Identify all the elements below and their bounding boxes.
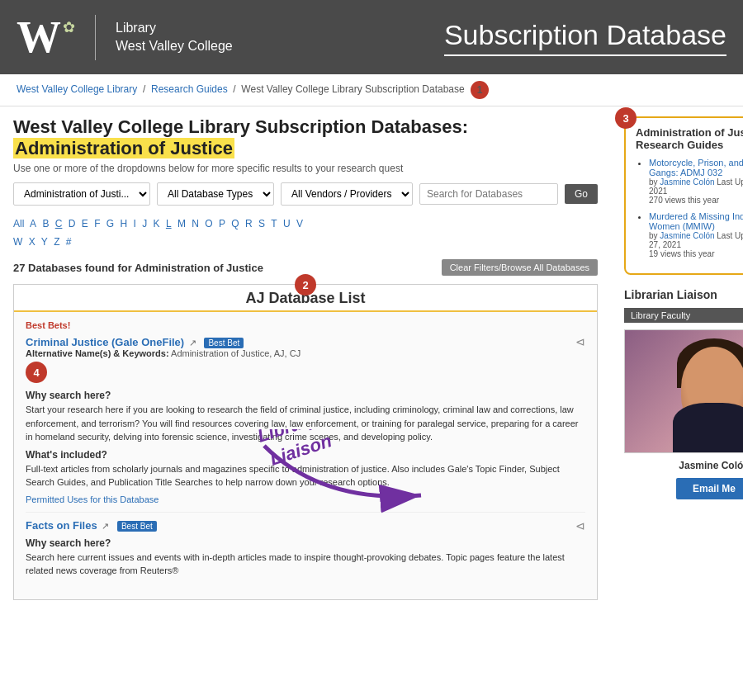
db-title-row-2: Facts on Files ↗ Best Bet ⊲ [26, 519, 585, 532]
db-link-2[interactable]: Facts on Files [26, 519, 97, 532]
best-bets-label: Best Bets! [26, 320, 585, 330]
librarian-title: Librarian Liaison [624, 288, 743, 301]
alt-names-1: Alternative Name(s) & Keywords: Administ… [26, 348, 585, 358]
logo-leaf-icon: ✿ [63, 18, 75, 36]
db-entry-1: Criminal Justice (Gale OneFile) ↗ Best B… [26, 335, 585, 513]
db-card: 2 AJ Database List Best Bets! Criminal J… [13, 284, 598, 600]
logo-w: W [17, 15, 61, 59]
external-link-icon: ↗ [189, 338, 196, 348]
alpha-k[interactable]: K [154, 218, 160, 229]
db-title-2: Facts on Files ↗ Best Bet [26, 519, 157, 532]
alpha-a[interactable]: A [30, 218, 36, 229]
librarian-box: Librarian Liaison Library Faculty Jasmin… [624, 288, 743, 499]
vendor-filter[interactable]: All Vendors / Providers [281, 182, 413, 206]
best-bet-badge-1: Best Bet [204, 338, 244, 348]
type-filter[interactable]: All Database Types [157, 182, 274, 206]
external-link-icon-2: ↗ [102, 521, 109, 531]
guide-item-2: Murdered & Missing Indigenous Women (MMI… [649, 211, 743, 258]
logo-text: Library West Valley College [116, 19, 233, 56]
page-subtitle: Use one or more of the dropdowns below f… [13, 163, 598, 174]
guide-meta-2: by Jasmine Colón Last Updated May 27, 20… [649, 231, 743, 249]
alpha-l[interactable]: L [166, 218, 172, 229]
db-entry-2: Facts on Files ↗ Best Bet ⊲ Why search h… [26, 519, 585, 584]
share-icon-2[interactable]: ⊲ [575, 519, 585, 532]
annotation-4-badge: 4 [26, 362, 47, 383]
librarian-photo [624, 329, 743, 453]
alpha-n[interactable]: N [192, 218, 199, 229]
go-button[interactable]: Go [565, 184, 598, 204]
alpha-g[interactable]: G [106, 218, 114, 229]
alpha-c: C [55, 218, 63, 229]
guide-link-1[interactable]: Motorcycle, Prison, and Street Gangs: AD… [649, 158, 743, 177]
alpha-nav: All A B C D E F G H I J K L M N O P Q R … [13, 215, 598, 251]
research-guides-list: Motorcycle, Prison, and Street Gangs: AD… [636, 158, 743, 258]
alpha-q[interactable]: Q [231, 218, 239, 229]
right-panel: 3 Administration of Justice Research Gui… [611, 106, 743, 618]
why-text-1: Start your research here if you are look… [26, 403, 585, 444]
alpha-y[interactable]: Y [41, 236, 48, 248]
alpha-r[interactable]: R [245, 218, 253, 229]
logo-area: W ✿ Library West Valley College [17, 15, 233, 60]
what-text-1: Full-text articles from scholarly journa… [26, 462, 585, 490]
alpha-o[interactable]: O [205, 218, 212, 229]
header-title: Subscription Database [444, 19, 726, 56]
annotation-1-badge: 1 [471, 81, 489, 99]
left-panel: West Valley College Library Subscription… [0, 106, 611, 618]
share-icon-1[interactable]: ⊲ [575, 335, 585, 348]
why-title-2: Why search here? [26, 537, 585, 549]
breadcrumb: West Valley College Library / Research G… [0, 74, 743, 106]
alpha-hash[interactable]: # [66, 236, 72, 248]
alpha-m[interactable]: M [177, 218, 186, 229]
breadcrumb-guides[interactable]: Research Guides [151, 83, 228, 95]
annotation-3-badge: 3 [615, 107, 637, 129]
alpha-x[interactable]: X [29, 236, 35, 248]
library-faculty-label: Library Faculty [624, 308, 743, 323]
guide-meta-1: by Jasmine Colón Last Updated Apr 5, 202… [649, 177, 743, 196]
page-header: W ✿ Library West Valley College Subscrip… [0, 0, 743, 74]
alpha-z[interactable]: Z [54, 236, 59, 248]
breadcrumb-home[interactable]: West Valley College Library [17, 83, 137, 95]
librarian-name: Jasmine Colón [624, 460, 743, 471]
alpha-p[interactable]: P [219, 218, 225, 229]
best-bet-badge-2: Best Bet [117, 521, 157, 532]
why-text-2: Search here current issues and events wi… [26, 551, 585, 578]
research-guides-box: 3 Administration of Justice Research Gui… [624, 116, 743, 275]
what-title-1: What's included? [26, 449, 585, 461]
alpha-h[interactable]: H [121, 218, 128, 229]
alpha-f[interactable]: F [94, 218, 100, 229]
page-title: West Valley College Library Subscription… [13, 116, 598, 159]
alpha-d[interactable]: D [69, 218, 76, 229]
logo-divider [95, 15, 96, 60]
guide-views-2: 19 views this year [649, 249, 743, 258]
subject-filter[interactable]: Administration of Justi... [13, 182, 150, 206]
alpha-w[interactable]: W [13, 236, 22, 248]
result-count-bar: 27 Databases found for Administration of… [13, 259, 598, 276]
breadcrumb-current: West Valley College Library Subscription… [241, 83, 464, 95]
librarian-body [673, 403, 743, 452]
result-count: 27 Databases found for Administration of… [13, 262, 263, 274]
clear-filters-button[interactable]: Clear Filters/Browse All Databases [442, 259, 598, 276]
filters-row: Administration of Justi... All Database … [13, 182, 598, 206]
alpha-j[interactable]: J [142, 218, 147, 229]
db-link-1[interactable]: Criminal Justice (Gale OneFile) [26, 336, 184, 348]
alpha-v[interactable]: V [296, 218, 303, 229]
alpha-e[interactable]: E [82, 218, 88, 229]
guide-views-1: 270 views this year [649, 196, 743, 205]
why-title-1: Why search here? [26, 390, 585, 401]
alpha-s[interactable]: S [258, 218, 265, 229]
alpha-t[interactable]: T [271, 218, 277, 229]
annotation-2-badge: 2 [295, 274, 316, 296]
email-me-button[interactable]: Email Me [676, 478, 743, 499]
alpha-u[interactable]: U [283, 218, 291, 229]
permitted-link-1[interactable]: Permitted Uses for this Database [26, 494, 159, 504]
main-wrapper: West Valley College Library Subscription… [0, 106, 743, 618]
db-title-row-1: Criminal Justice (Gale OneFile) ↗ Best B… [26, 335, 585, 348]
search-input[interactable] [419, 183, 558, 205]
guide-link-2[interactable]: Murdered & Missing Indigenous Women (MMI… [649, 211, 743, 231]
research-guides-title: Administration of Justice Research Guide… [636, 126, 743, 151]
guide-item-1: Motorcycle, Prison, and Street Gangs: AD… [649, 158, 743, 205]
alpha-i[interactable]: I [134, 218, 136, 229]
alpha-b[interactable]: B [42, 218, 49, 229]
alpha-all[interactable]: All [13, 218, 24, 229]
db-title-1: Criminal Justice (Gale OneFile) ↗ Best B… [26, 336, 244, 348]
